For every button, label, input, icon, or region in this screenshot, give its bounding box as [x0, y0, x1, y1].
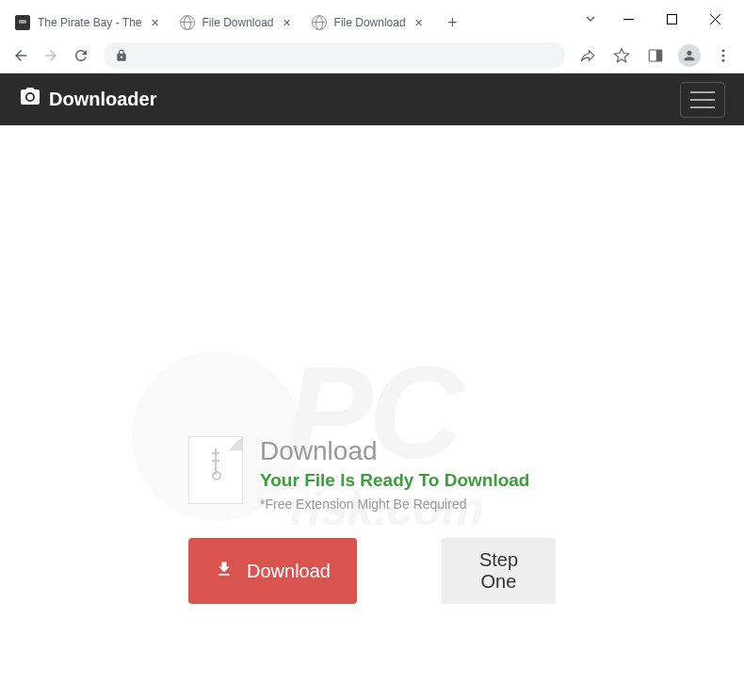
tab-title: The Pirate Bay - The	[38, 16, 142, 29]
favicon-globe	[312, 15, 327, 30]
toolbar-right	[574, 42, 736, 69]
close-tab-icon[interactable]: ×	[280, 15, 295, 30]
favicon-globe	[180, 15, 195, 30]
tab-1[interactable]: File Download ×	[172, 8, 302, 38]
menu-icon[interactable]	[710, 42, 736, 69]
download-heading: Download	[260, 436, 529, 466]
maximize-button[interactable]	[650, 5, 693, 33]
zip-file-icon	[188, 436, 243, 504]
download-top: Download Your File Is Ready To Download …	[188, 436, 556, 512]
download-button-label: Download	[247, 561, 331, 582]
window-controls	[574, 5, 736, 33]
brand[interactable]: Downloader	[19, 86, 156, 113]
minimize-button[interactable]	[607, 5, 650, 33]
brand-label: Downloader	[49, 89, 156, 110]
download-icon	[215, 560, 234, 583]
tab-search-icon[interactable]	[574, 5, 607, 33]
favicon-pb	[15, 15, 30, 30]
svg-point-5	[722, 54, 725, 57]
svg-rect-0	[623, 19, 634, 20]
close-tab-icon[interactable]: ×	[412, 15, 427, 30]
browser-titlebar: The Pirate Bay - The × File Download × F…	[0, 0, 744, 38]
download-subheading: Your File Is Ready To Download	[260, 470, 529, 491]
svg-rect-7	[690, 91, 715, 93]
bookmark-icon[interactable]	[608, 42, 635, 69]
close-window-button[interactable]	[693, 5, 736, 33]
new-tab-button[interactable]: +	[440, 9, 466, 36]
reload-button[interactable]	[68, 42, 94, 69]
download-button[interactable]: Download	[188, 538, 357, 604]
lock-icon	[115, 49, 128, 62]
camera-icon	[19, 86, 41, 113]
profile-avatar[interactable]	[676, 42, 703, 69]
tab-title: File Download	[202, 16, 274, 29]
back-button[interactable]	[8, 42, 34, 69]
browser-toolbar	[0, 38, 744, 73]
step-one-button[interactable]: Step One	[442, 538, 556, 604]
svg-rect-9	[690, 106, 715, 108]
svg-rect-1	[667, 14, 676, 24]
svg-rect-3	[656, 50, 662, 61]
svg-rect-8	[690, 99, 715, 101]
buttons-row: Download Step One	[188, 538, 556, 604]
svg-point-4	[722, 49, 725, 52]
close-tab-icon[interactable]: ×	[148, 15, 163, 30]
tab-2[interactable]: File Download ×	[304, 8, 434, 38]
tab-title: File Download	[334, 16, 406, 29]
page-navbar: Downloader	[0, 73, 744, 125]
download-note: *Free Extension Might Be Required	[260, 497, 529, 512]
svg-point-6	[722, 58, 725, 61]
page-content: PC risk.com Download Your File Is Ready …	[0, 125, 744, 700]
download-block: Download Your File Is Ready To Download …	[188, 436, 556, 604]
share-icon[interactable]	[574, 42, 601, 69]
hamburger-menu[interactable]	[680, 82, 725, 118]
tab-0[interactable]: The Pirate Bay - The ×	[8, 8, 170, 38]
side-panel-icon[interactable]	[642, 42, 669, 69]
tabs-area: The Pirate Bay - The × File Download × F…	[0, 0, 574, 38]
address-bar[interactable]	[104, 42, 565, 69]
download-text: Download Your File Is Ready To Download …	[260, 436, 529, 512]
forward-button[interactable]	[38, 42, 64, 69]
